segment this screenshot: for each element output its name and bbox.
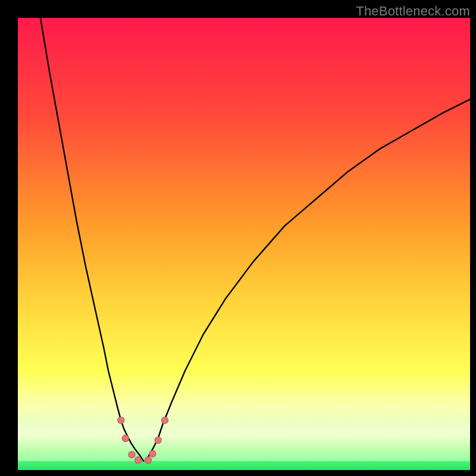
marker-point bbox=[129, 452, 135, 458]
marker-point bbox=[149, 450, 156, 457]
plot-area bbox=[18, 18, 470, 470]
marker-point bbox=[118, 417, 124, 424]
marker-point bbox=[122, 435, 129, 441]
marker-point bbox=[161, 417, 168, 424]
bottleneck-chart bbox=[18, 18, 470, 470]
chart-frame: TheBottleneck.com bbox=[0, 0, 476, 476]
marker-point bbox=[155, 437, 161, 443]
marker-point bbox=[135, 457, 142, 464]
marker-point bbox=[145, 457, 151, 464]
acceptable-band bbox=[18, 420, 470, 461]
gradient-background bbox=[18, 18, 470, 470]
watermark-text: TheBottleneck.com bbox=[356, 4, 470, 19]
